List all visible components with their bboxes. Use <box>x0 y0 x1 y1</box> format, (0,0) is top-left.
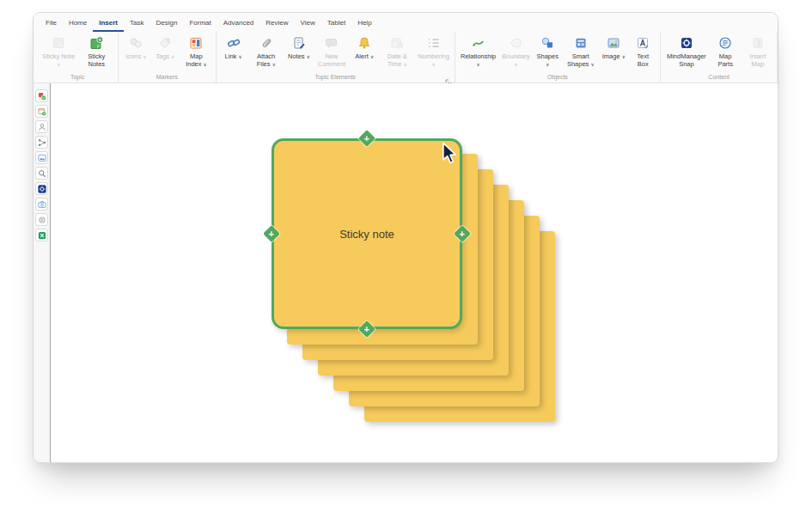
sticky-note-selected[interactable]: Sticky note + + + + <box>272 138 462 329</box>
text-box-button[interactable]: Text Box <box>628 32 657 69</box>
group-label-topic-elements: Topic Elements <box>219 74 452 82</box>
sticky-note-icon <box>51 35 66 51</box>
web-icon[interactable] <box>35 213 48 226</box>
group-label-objects: Objects <box>458 74 657 82</box>
markers-icon[interactable] <box>35 89 48 102</box>
image-icon <box>606 35 621 51</box>
tab-format[interactable]: Format <box>183 16 217 32</box>
mouse-cursor-icon <box>441 142 457 165</box>
tab-task[interactable]: Task <box>124 16 150 32</box>
add-topic-handle-top[interactable]: + <box>358 130 375 147</box>
tab-home[interactable]: Home <box>63 16 93 32</box>
link-button[interactable]: Link ∨ <box>219 32 248 60</box>
add-topic-handle-left[interactable]: + <box>263 225 280 242</box>
group-label-markers: Markers <box>121 74 212 82</box>
ribbon-group-markers: Icons ∨ Tags ∨ Map Index ∨ Markers <box>119 32 216 82</box>
new-comment-icon <box>324 35 339 51</box>
map-canvas: Sticky note + + + + <box>51 83 778 462</box>
relationship-button[interactable]: Relationship ∨ <box>458 32 499 69</box>
app-window: File Home Insert Task Design Format Adva… <box>33 12 778 463</box>
side-toolbar <box>34 83 51 462</box>
notes-button[interactable]: Notes ∨ <box>284 32 314 60</box>
shapes-button[interactable]: Shapes ∨ <box>533 32 562 69</box>
capture-icon[interactable] <box>35 198 48 211</box>
sticky-note-text: Sticky note <box>339 228 394 241</box>
tab-design[interactable]: Design <box>150 16 183 32</box>
excel-icon[interactable] <box>35 229 48 241</box>
numbering-button: Numbering ∨ <box>415 32 451 69</box>
notes-icon <box>291 35 307 51</box>
alert-icon <box>357 35 372 51</box>
numbering-icon <box>426 35 442 51</box>
sticky-note-button: Sticky Note ∨ <box>40 32 77 69</box>
ribbon-group-topic-elements: Link ∨ Attach Files ∨ Notes ∨ New Commen… <box>217 32 455 82</box>
tab-view[interactable]: View <box>295 16 321 32</box>
alert-button[interactable]: Alert ∨ <box>350 32 379 60</box>
mindmanager-snap-button[interactable]: MindManager Snap <box>663 32 709 69</box>
map-index-icon <box>188 35 204 51</box>
dialog-launcher-icon[interactable] <box>445 74 452 81</box>
ribbon-group-topic: Sticky Note ∨ Sticky Notes Topic <box>37 32 119 82</box>
ribbon: Sticky Note ∨ Sticky Notes Topic Icons ∨ <box>34 32 778 83</box>
ribbon-group-objects: Relationship ∨ Boundary ∨ Shapes ∨ Smart… <box>455 32 661 82</box>
insert-map-button: Insert Map <box>742 32 774 69</box>
tab-help[interactable]: Help <box>351 16 377 32</box>
new-comment-button: New Comment <box>314 32 350 69</box>
image-button[interactable]: Image ∨ <box>599 32 628 60</box>
sticky-notes-button[interactable]: Sticky Notes <box>77 32 115 69</box>
search-icon[interactable] <box>35 167 48 180</box>
mindmanager-snap-icon <box>679 35 694 51</box>
smart-shapes-button[interactable]: Smart Shapes ∨ <box>562 32 599 69</box>
ribbon-group-content: MindManager Snap Map Parts Insert Map Co… <box>661 32 778 82</box>
tab-review[interactable]: Review <box>259 16 294 32</box>
icons-button: Icons ∨ <box>121 32 150 60</box>
link-icon <box>226 35 241 51</box>
tags-icon <box>157 35 173 51</box>
snippets-icon[interactable] <box>35 151 48 164</box>
tab-advanced[interactable]: Advanced <box>217 16 260 32</box>
snap-icon[interactable] <box>35 182 48 195</box>
group-label-topic: Topic <box>40 74 115 82</box>
group-label-content: Content <box>663 74 774 82</box>
date-time-icon <box>389 35 405 51</box>
insert-map-icon <box>750 35 766 51</box>
map-index-button[interactable]: Map Index ∨ <box>180 32 212 69</box>
attach-files-icon <box>259 35 274 51</box>
resources-icon[interactable] <box>35 120 48 133</box>
sticky-notes-icon <box>89 35 104 51</box>
boundary-icon <box>508 35 523 51</box>
smart-shapes-icon <box>573 35 589 51</box>
text-box-icon <box>635 35 650 51</box>
tab-file[interactable]: File <box>40 16 63 32</box>
shapes-icon <box>540 35 555 51</box>
attach-files-button[interactable]: Attach Files ∨ <box>248 32 284 69</box>
map-parts-button[interactable]: Map Parts <box>710 32 742 69</box>
share-icon[interactable] <box>35 136 48 149</box>
schedule-icon[interactable] <box>35 105 48 118</box>
map-parts-icon <box>717 35 733 51</box>
tab-tablet[interactable]: Tablet <box>321 16 351 32</box>
tab-insert[interactable]: Insert <box>93 16 124 32</box>
relationship-icon <box>471 35 486 51</box>
tags-button: Tags ∨ <box>150 32 180 60</box>
date-time-button: Date & Time ∨ <box>379 32 415 69</box>
boundary-button: Boundary ∨ <box>499 32 534 69</box>
chevron-down-icon: ∨ <box>57 62 60 67</box>
icons-icon <box>128 35 143 51</box>
menu-bar: File Home Insert Task Design Format Adva… <box>34 13 778 32</box>
